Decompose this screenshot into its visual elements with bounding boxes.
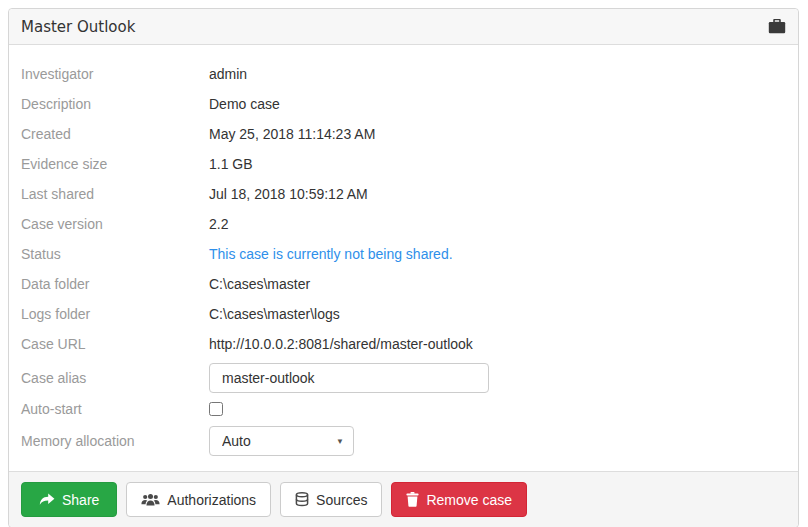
button-label: Share: [62, 493, 99, 507]
field-row-case-version: Case version 2.2: [21, 209, 786, 239]
field-row-logs-folder: Logs folder C:\cases\master\logs: [21, 299, 786, 329]
field-row-case-alias: Case alias: [21, 363, 786, 393]
field-label: Last shared: [21, 186, 209, 202]
field-label: Case version: [21, 216, 209, 232]
memory-allocation-native-select[interactable]: Auto: [209, 426, 354, 456]
field-row-data-folder: Data folder C:\cases\master: [21, 269, 786, 299]
field-label: Memory allocation: [21, 433, 209, 449]
field-value: C:\cases\master\logs: [209, 306, 340, 322]
share-button[interactable]: Share: [21, 482, 117, 517]
field-row-status: Status This case is currently not being …: [21, 239, 786, 269]
field-value: Jul 18, 2018 10:59:12 AM: [209, 186, 368, 202]
users-icon: [141, 493, 160, 507]
field-label: Investigator: [21, 66, 209, 82]
auto-start-checkbox[interactable]: [209, 402, 223, 416]
field-row-created: Created May 25, 2018 11:14:23 AM: [21, 119, 786, 149]
field-value: 2.2: [209, 216, 228, 232]
field-value: admin: [209, 66, 247, 82]
sources-button[interactable]: Sources: [280, 482, 382, 517]
briefcase-icon: [768, 19, 786, 34]
panel-header: Master Outlook: [9, 9, 798, 45]
field-label: Logs folder: [21, 306, 209, 322]
field-row-case-url: Case URL http://10.0.0.2:8081/shared/mas…: [21, 329, 786, 359]
field-value: May 25, 2018 11:14:23 AM: [209, 126, 375, 142]
panel-footer: Share Authorizations: [9, 471, 798, 527]
field-label: Description: [21, 96, 209, 112]
button-label: Sources: [316, 493, 367, 507]
field-row-investigator: Investigator admin: [21, 59, 786, 89]
field-row-last-shared: Last shared Jul 18, 2018 10:59:12 AM: [21, 179, 786, 209]
field-label: Evidence size: [21, 156, 209, 172]
database-icon: [295, 492, 309, 507]
button-label: Authorizations: [167, 493, 256, 507]
field-value: C:\cases\master: [209, 276, 310, 292]
memory-allocation-select[interactable]: Auto ▼: [209, 426, 354, 456]
share-icon: [39, 493, 55, 507]
field-row-memory-allocation: Memory allocation Auto ▼: [21, 426, 786, 456]
trash-icon: [406, 492, 419, 507]
panel-body: Investigator admin Description Demo case…: [9, 45, 798, 471]
case-url-value: http://10.0.0.2:8081/shared/master-outlo…: [209, 336, 473, 352]
field-label: Case alias: [21, 370, 209, 386]
field-label: Created: [21, 126, 209, 142]
remove-case-button[interactable]: Remove case: [391, 482, 527, 517]
field-value: Demo case: [209, 96, 280, 112]
field-row-evidence-size: Evidence size 1.1 GB: [21, 149, 786, 179]
case-details-panel: Master Outlook Investigator admin Descri…: [8, 8, 799, 527]
field-label: Auto-start: [21, 401, 209, 417]
case-alias-input[interactable]: [209, 363, 489, 393]
field-label: Case URL: [21, 336, 209, 352]
status-message: This case is currently not being shared.: [209, 246, 453, 262]
field-row-auto-start: Auto-start: [21, 398, 786, 420]
field-row-description: Description Demo case: [21, 89, 786, 119]
button-label: Remove case: [426, 493, 512, 507]
page-title: Master Outlook: [21, 18, 768, 36]
authorizations-button[interactable]: Authorizations: [126, 482, 271, 517]
field-value: 1.1 GB: [209, 156, 253, 172]
field-label: Status: [21, 246, 209, 262]
field-label: Data folder: [21, 276, 209, 292]
